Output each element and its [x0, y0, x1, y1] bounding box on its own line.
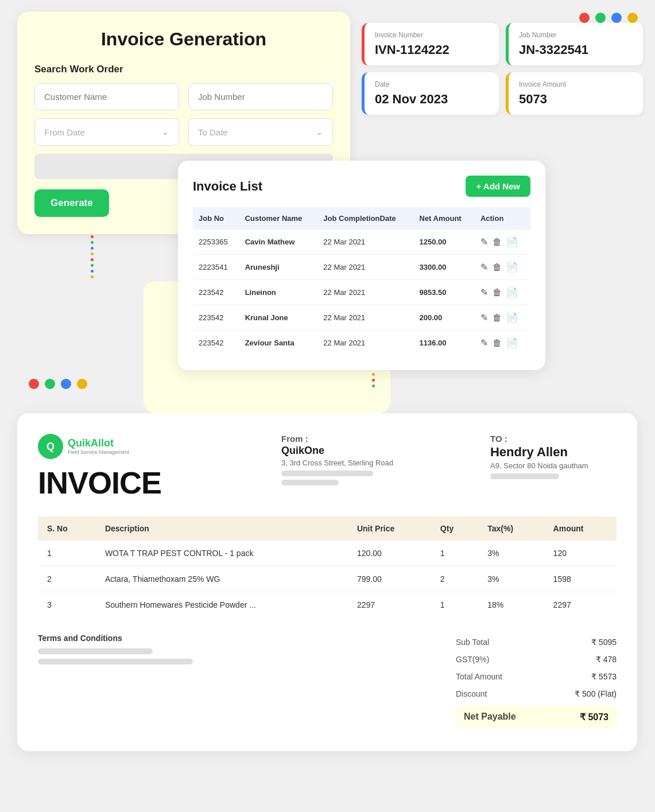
discount-value: ₹ 500 (Flat)	[575, 689, 617, 698]
totals-section: Sub Total ₹ 5095 GST(9%) ₹ 478 Total Amo…	[456, 634, 617, 728]
document-icon[interactable]: 📄	[506, 287, 518, 298]
invoice-doc-card: Q QuikAllot Field Service Management INV…	[17, 413, 637, 751]
document-icon[interactable]: 📄	[506, 236, 518, 247]
generate-button[interactable]: Generate	[34, 189, 109, 217]
invoice-big-title: INVOICE	[38, 465, 161, 500]
cell-customer: Zeviour Santa	[239, 331, 318, 356]
item-amount: 120	[544, 541, 617, 566]
invoice-doc-left-section: Q QuikAllot Field Service Management INV…	[38, 434, 161, 500]
from-label: From :	[281, 434, 393, 444]
date-label: Date	[375, 80, 489, 88]
bottom-green-light	[45, 379, 55, 389]
delete-icon[interactable]: 🗑	[493, 338, 502, 348]
to-date-chevron-icon: ⌄	[316, 127, 323, 137]
to-name: Hendry Allen	[490, 445, 617, 460]
item-tax: 3%	[478, 541, 544, 566]
discount-row: Discount ₹ 500 (Flat)	[456, 685, 617, 702]
invoice-item-row: 1 WOTA T TRAP PEST CONTROL - 1 pack 120.…	[38, 541, 617, 566]
bottom-yellow-light	[77, 379, 87, 389]
invoice-list-title: Invoice List	[193, 179, 262, 194]
item-unit-price: 120.00	[348, 541, 431, 566]
invoice-list-header: Invoice List + Add New	[193, 176, 530, 197]
cell-job-no: 223542	[193, 280, 239, 305]
red-light	[579, 13, 590, 23]
cell-action: ✎ 🗑 📄	[475, 305, 530, 331]
edit-icon[interactable]: ✎	[480, 262, 488, 273]
items-col-desc: Description	[96, 516, 348, 541]
edit-icon[interactable]: ✎	[480, 337, 488, 348]
items-col-tax: Tax(%)	[478, 516, 544, 541]
item-sno: 1	[38, 541, 96, 566]
item-amount: 1598	[544, 566, 617, 592]
item-amount: 2297	[544, 592, 617, 618]
job-number-input[interactable]	[188, 83, 333, 110]
invoice-table: Job No Customer Name Job CompletionDate …	[193, 207, 530, 355]
item-sno: 3	[38, 592, 96, 618]
edit-icon[interactable]: ✎	[480, 312, 488, 323]
to-address: A9, Sector 80 Noida gautham	[490, 461, 617, 470]
document-icon[interactable]: 📄	[506, 337, 518, 348]
invoice-amount-card: Invoice Amount 5073	[506, 72, 643, 115]
yellow-light	[627, 13, 638, 23]
from-placeholder-2	[281, 480, 339, 485]
edit-icon[interactable]: ✎	[480, 287, 488, 298]
add-new-button[interactable]: + Add New	[466, 176, 530, 197]
cell-amount: 1250.00	[414, 230, 475, 255]
invoice-list-row: 2253365 Cavin Mathew 22 Mar 2021 1250.00…	[193, 230, 530, 255]
date-card: Date 02 Nov 2023	[362, 72, 499, 115]
delete-icon[interactable]: 🗑	[493, 313, 502, 323]
cell-date: 22 Mar 2021	[317, 305, 413, 331]
document-icon[interactable]: 📄	[506, 312, 518, 323]
invoice-list-row: 223542 Krunal Jone 22 Mar 2021 200.00 ✎ …	[193, 305, 530, 331]
document-icon[interactable]: 📄	[506, 262, 518, 273]
to-label: TO :	[490, 434, 617, 444]
cell-job-no: 223542	[193, 331, 239, 356]
dot-line-left	[91, 235, 94, 278]
logo-text-block: QuikAllot Field Service Management	[68, 438, 129, 456]
invoice-list-row: 223542 Zeviour Santa 22 Mar 2021 1136.00…	[193, 331, 530, 356]
from-date-select[interactable]: From Date ⌄	[34, 118, 179, 146]
col-action: Action	[475, 207, 530, 230]
delete-icon[interactable]: 🗑	[493, 287, 502, 298]
cell-customer: Lineinon	[239, 280, 318, 305]
sub-total-value: ₹ 5095	[591, 638, 617, 647]
logo-text-main: QuikAllot	[68, 438, 129, 449]
delete-icon[interactable]: 🗑	[493, 237, 502, 247]
invoice-table-header-row: Job No Customer Name Job CompletionDate …	[193, 207, 530, 230]
total-amount-label: Total Amount	[456, 672, 502, 681]
cell-action: ✎ 🗑 📄	[475, 280, 530, 305]
item-qty: 1	[431, 541, 478, 566]
to-placeholder	[490, 473, 559, 479]
item-description: WOTA T TRAP PEST CONTROL - 1 pack	[96, 541, 348, 566]
invoice-number-card: Invoice Number IVN-1124222	[362, 23, 499, 65]
net-payable-value: ₹ 5073	[580, 712, 609, 722]
traffic-lights-bottom	[29, 379, 87, 389]
cell-amount: 9853.50	[414, 280, 475, 305]
from-date-label: From Date	[44, 127, 85, 137]
edit-icon[interactable]: ✎	[480, 236, 488, 247]
invoice-bottom: Terms and Conditions Sub Total ₹ 5095 GS…	[38, 634, 617, 728]
search-section-label: Search Work Order	[34, 64, 333, 75]
bottom-red-light	[29, 379, 39, 389]
to-date-select[interactable]: To Date ⌄	[188, 118, 333, 146]
cell-date: 22 Mar 2021	[317, 331, 413, 356]
delete-icon[interactable]: 🗑	[493, 262, 502, 273]
sub-total-label: Sub Total	[456, 638, 489, 647]
customer-name-input[interactable]	[34, 83, 179, 110]
cell-job-no: 2223541	[193, 255, 239, 280]
search-row-2: From Date ⌄ To Date ⌄	[34, 118, 333, 146]
from-placeholder-1	[281, 471, 373, 476]
from-date-chevron-icon: ⌄	[162, 127, 169, 137]
to-section: TO : Hendry Allen A9, Sector 80 Noida ga…	[490, 434, 617, 479]
bottom-blue-light	[61, 379, 71, 389]
invoice-generation-title: Invoice Generation	[34, 29, 333, 50]
items-col-amount: Amount	[544, 516, 617, 541]
total-amount-row: Total Amount ₹ 5573	[456, 668, 617, 685]
items-col-unit-price: Unit Price	[348, 516, 431, 541]
cell-action: ✎ 🗑 📄	[475, 331, 530, 356]
job-number-card: Job Number JN-3322541	[506, 23, 643, 65]
item-tax: 18%	[478, 592, 544, 618]
item-unit-price: 2297	[348, 592, 431, 618]
item-description: Actara, Thiamethoxam 25% WG	[96, 566, 348, 592]
col-completion-date: Job CompletionDate	[317, 207, 413, 230]
